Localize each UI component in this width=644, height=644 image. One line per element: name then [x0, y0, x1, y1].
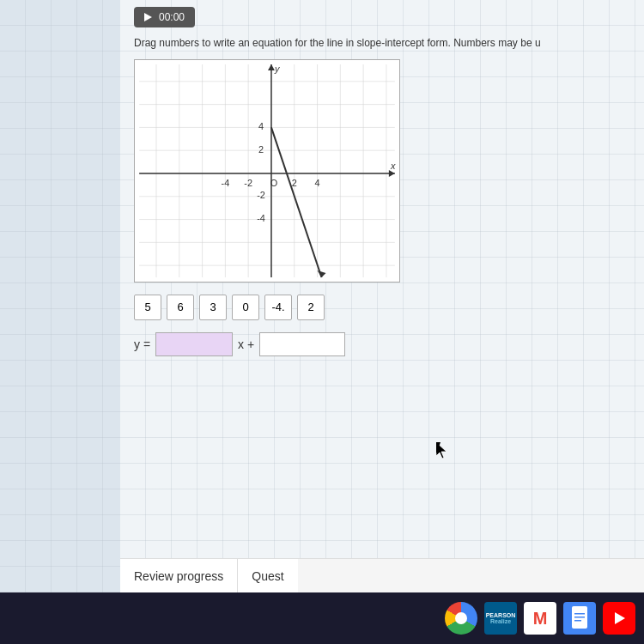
equation-row: y = x + — [134, 332, 630, 356]
svg-rect-40 — [574, 620, 581, 622]
svg-text:4: 4 — [315, 178, 320, 188]
content-area: 00:00 Drag numbers to write an equation … — [120, 0, 644, 592]
svg-text:4: 4 — [258, 121, 264, 131]
docs-icon[interactable] — [563, 602, 596, 635]
svg-text:-4: -4 — [257, 212, 265, 222]
play-button[interactable] — [144, 13, 152, 21]
youtube-play-icon — [615, 612, 625, 624]
intercept-input[interactable] — [259, 332, 345, 356]
equation-x-plus: x + — [238, 337, 254, 351]
svg-text:-2: -2 — [257, 190, 265, 200]
svg-text:2: 2 — [292, 178, 297, 188]
docs-svg — [570, 606, 589, 630]
tile-0[interactable]: 0 — [232, 295, 259, 320]
tile-6[interactable]: 6 — [167, 295, 194, 320]
svg-text:O: O — [270, 178, 277, 188]
number-tiles-container: 5 6 3 0 -4. 2 — [134, 295, 630, 320]
gmail-letter: M — [533, 609, 548, 629]
gmail-icon[interactable]: M — [524, 602, 556, 635]
video-bar[interactable]: 00:00 — [134, 7, 195, 27]
svg-text:-2: -2 — [244, 178, 252, 188]
tile-2[interactable]: 2 — [297, 295, 325, 320]
instruction-text: Drag numbers to write an equation for th… — [134, 36, 630, 51]
svg-text:x: x — [390, 161, 396, 171]
svg-rect-39 — [574, 617, 585, 618]
pearson-icon[interactable]: PEARSON Realize — [484, 602, 517, 635]
pearson-sublabel: Realize — [490, 618, 511, 624]
bottom-right-area: Review progress Quest — [120, 558, 644, 592]
taskbar: PEARSON Realize M — [0, 592, 644, 644]
slope-input[interactable] — [155, 332, 233, 356]
tile-neg4[interactable]: -4. — [264, 295, 292, 320]
chrome-inner — [455, 612, 467, 624]
questions-button[interactable]: Quest — [238, 559, 297, 592]
svg-marker-21 — [389, 170, 395, 177]
svg-text:y: y — [274, 64, 280, 74]
svg-rect-38 — [574, 613, 585, 615]
chrome-icon[interactable] — [445, 602, 477, 635]
coordinate-graph: -4 -2 O 2 4 x 4 2 -2 -4 y — [135, 60, 399, 282]
pearson-label: PEARSON — [486, 612, 516, 618]
video-time: 00:00 — [159, 11, 185, 23]
graph-container: -4 -2 O 2 4 x 4 2 -2 -4 y — [134, 59, 400, 283]
svg-text:2: 2 — [258, 144, 264, 155]
svg-text:-4: -4 — [222, 178, 230, 188]
svg-marker-36 — [318, 270, 326, 277]
svg-line-35 — [271, 127, 322, 277]
tile-3[interactable]: 3 — [199, 295, 227, 320]
equation-y-equals: y = — [134, 337, 150, 351]
youtube-icon[interactable] — [603, 602, 635, 635]
review-progress-button[interactable]: Review progress — [120, 559, 238, 592]
left-panel — [0, 0, 120, 592]
tile-5[interactable]: 5 — [134, 295, 161, 320]
svg-marker-23 — [268, 64, 275, 70]
